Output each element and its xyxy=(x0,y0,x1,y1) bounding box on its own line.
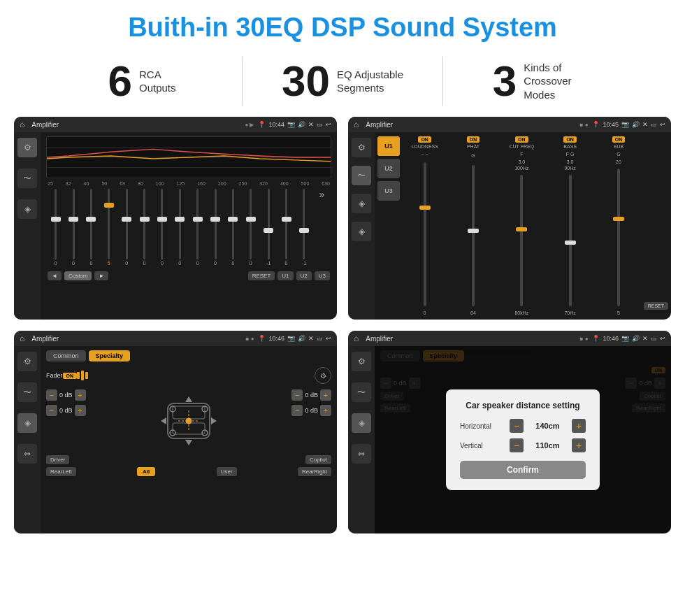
sub-on-badge[interactable]: ON xyxy=(612,136,626,143)
cutfreq-on-badge[interactable]: ON xyxy=(515,136,528,143)
home-icon[interactable]: ⌂ xyxy=(20,120,24,129)
loudness-on-badge[interactable]: ON xyxy=(418,136,431,143)
channel-u1[interactable]: U1 xyxy=(377,136,400,156)
eq-slider-8[interactable]: 0 xyxy=(189,189,206,266)
minimize-icon-4[interactable]: ▭ xyxy=(651,335,657,342)
tab-common[interactable]: Common xyxy=(46,350,86,361)
freq-63: 63 xyxy=(120,181,125,186)
close-icon-4[interactable]: ✕ xyxy=(642,335,648,342)
sub-slider[interactable] xyxy=(617,169,620,306)
eq-custom-btn[interactable]: Custom xyxy=(64,271,92,280)
user-btn[interactable]: User xyxy=(217,467,237,476)
rear-right-btn[interactable]: RearRight xyxy=(298,467,331,476)
cross-icon-4[interactable]: ◈ xyxy=(352,222,371,241)
spk-fl-plus[interactable]: + xyxy=(75,389,86,401)
back-icon-4[interactable]: ↩ xyxy=(660,335,665,342)
spk-rr-minus[interactable]: − xyxy=(291,405,303,416)
spk-rl-plus[interactable]: + xyxy=(75,405,86,416)
back-icon-2[interactable]: ↩ xyxy=(660,121,665,128)
back-icon-3[interactable]: ↩ xyxy=(326,335,331,342)
phat-slider[interactable] xyxy=(472,165,475,306)
eq-slider-0[interactable]: 0 xyxy=(48,189,64,266)
bass-slider[interactable] xyxy=(569,175,572,306)
dist-icon-3[interactable]: ◈ xyxy=(352,413,371,433)
horizontal-plus-btn[interactable]: + xyxy=(572,419,586,433)
confirm-button[interactable]: Confirm xyxy=(460,461,586,479)
eq-u1-btn[interactable]: U1 xyxy=(277,271,293,280)
eq-slider-4[interactable]: 0 xyxy=(119,189,135,266)
back-icon[interactable]: ↩ xyxy=(326,121,331,128)
eq-icon-1[interactable]: ⚙ xyxy=(17,138,37,157)
fader-icon-4[interactable]: ⇔ xyxy=(17,444,37,464)
channel-u3[interactable]: U3 xyxy=(377,181,400,201)
spk-rr-plus[interactable]: + xyxy=(320,405,331,416)
close-icon-3[interactable]: ✕ xyxy=(308,335,314,342)
phat-val: 64 xyxy=(470,310,476,315)
fader-icon-3[interactable]: ◈ xyxy=(17,413,37,433)
vertical-plus-btn[interactable]: + xyxy=(572,438,586,452)
home-icon-4[interactable]: ⌂ xyxy=(354,334,359,343)
cross-icon-2[interactable]: 〜 xyxy=(352,166,371,185)
spk-fr-plus[interactable]: + xyxy=(320,389,331,401)
dist-icon-1[interactable]: ⚙ xyxy=(352,352,371,371)
channel-u2[interactable]: U2 xyxy=(377,159,400,178)
eq-slider-5[interactable]: 0 xyxy=(136,189,152,266)
driver-btn[interactable]: Driver xyxy=(46,455,69,464)
eq-icon-2[interactable]: 〜 xyxy=(17,169,37,188)
loudness-slider[interactable] xyxy=(424,162,426,306)
tab-specialty[interactable]: Specialty xyxy=(89,350,131,361)
minimize-icon[interactable]: ▭ xyxy=(317,121,323,128)
vertical-minus-btn[interactable]: − xyxy=(510,438,524,452)
eq-slider-1[interactable]: 0 xyxy=(65,189,81,266)
spk-fr-minus[interactable]: − xyxy=(291,389,303,401)
eq-slider-2[interactable]: 0 xyxy=(83,189,99,266)
distance-modal-overlay: Car speaker distance setting Horizontal … xyxy=(375,346,671,533)
eq-reset-btn[interactable]: RESET xyxy=(248,271,275,280)
eq-slider-13[interactable]: 0 xyxy=(278,189,294,266)
eq-u2-btn[interactable]: U2 xyxy=(296,271,312,280)
eq-expand[interactable]: » xyxy=(314,189,330,266)
eq-prev-btn[interactable]: ◄ xyxy=(48,271,62,280)
cross-icon-1[interactable]: ⚙ xyxy=(352,138,371,157)
fader-icon-2[interactable]: 〜 xyxy=(17,382,37,402)
cross-icon-3[interactable]: ◈ xyxy=(352,194,371,213)
fader-icon-1[interactable]: ⚙ xyxy=(17,352,37,371)
crossover-reset-btn[interactable]: RESET xyxy=(644,302,668,310)
stat-number-crossover: 3 xyxy=(493,59,517,103)
eq-icon-3[interactable]: ◈ xyxy=(17,199,37,219)
close-icon[interactable]: ✕ xyxy=(308,121,314,128)
settings-icon[interactable]: ⚙ xyxy=(320,372,326,380)
home-icon-2[interactable]: ⌂ xyxy=(354,120,359,129)
copilot-btn[interactable]: Copilot xyxy=(305,455,331,464)
spk-rl-minus[interactable]: − xyxy=(46,405,57,416)
dist-icon-2[interactable]: 〜 xyxy=(352,382,371,402)
close-icon-2[interactable]: ✕ xyxy=(642,121,648,128)
spk-fl-minus[interactable]: − xyxy=(46,389,57,401)
freq-500: 500 xyxy=(301,181,310,186)
eq-u3-btn[interactable]: U3 xyxy=(315,271,330,280)
dist-icon-4[interactable]: ⇔ xyxy=(352,444,371,464)
home-icon-3[interactable]: ⌂ xyxy=(20,334,24,343)
eq-slider-3[interactable]: 5 xyxy=(101,189,117,266)
cutfreq-slider[interactable] xyxy=(520,175,523,306)
eq-slider-7[interactable]: 0 xyxy=(172,189,188,266)
bass-on-badge[interactable]: ON xyxy=(563,136,577,143)
spk-vol-rl: − 0 dB + xyxy=(46,405,86,416)
eq-slider-6[interactable]: 0 xyxy=(154,189,170,266)
eq-slider-12[interactable]: -1 xyxy=(261,189,277,266)
minimize-icon-3[interactable]: ▭ xyxy=(317,335,323,342)
screen-crossover: ⌂ Amplifier ■ ● 📍 10:45 📷 🔊 ✕ ▭ ↩ ⚙ 〜 ◈ … xyxy=(348,117,671,320)
eq-slider-9[interactable]: 0 xyxy=(207,189,223,266)
all-btn[interactable]: All xyxy=(137,467,155,476)
eq-slider-14[interactable]: -1 xyxy=(296,189,312,266)
fader-on-badge[interactable]: ON xyxy=(63,373,78,379)
eq-next-btn[interactable]: ► xyxy=(94,271,108,280)
eq-slider-10[interactable]: 0 xyxy=(225,189,241,266)
eq-slider-11[interactable]: 0 xyxy=(243,189,259,266)
horizontal-minus-btn[interactable]: − xyxy=(510,419,524,433)
rear-left-btn[interactable]: RearLeft xyxy=(46,467,76,476)
svg-marker-14 xyxy=(185,440,192,445)
stat-label-crossover: Kinds ofCrossover Modes xyxy=(524,61,593,102)
phat-on-badge[interactable]: ON xyxy=(467,136,480,143)
minimize-icon-2[interactable]: ▭ xyxy=(651,121,657,128)
